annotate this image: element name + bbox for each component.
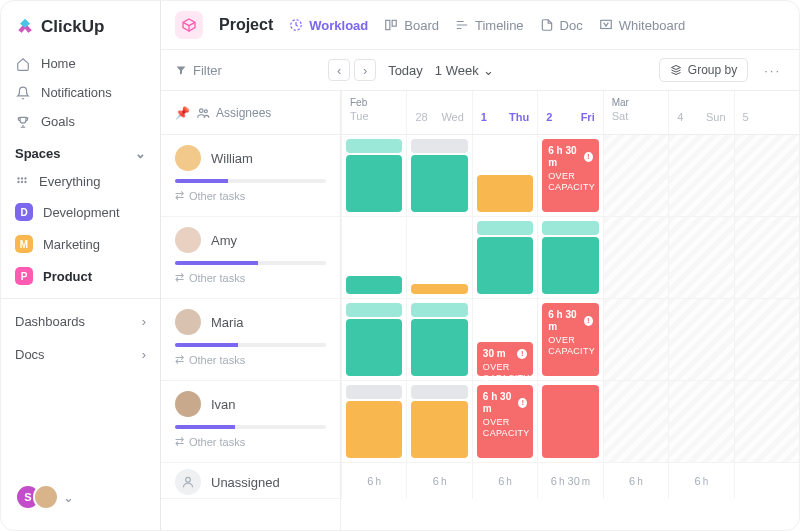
- workload-cell-off: [734, 381, 799, 462]
- tab-timeline[interactable]: Timeline: [455, 18, 524, 33]
- task-block[interactable]: [346, 139, 402, 153]
- nav-dashboards[interactable]: Dashboards ›: [1, 305, 160, 338]
- workload-cell[interactable]: [341, 135, 406, 216]
- assignee-row[interactable]: Amy ⇄Other tasks: [161, 217, 340, 299]
- nav-docs[interactable]: Docs ›: [1, 338, 160, 371]
- assignee-row[interactable]: Ivan ⇄Other tasks: [161, 381, 340, 463]
- pin-icon: 📌: [175, 106, 190, 120]
- task-block[interactable]: [346, 303, 402, 317]
- task-block[interactable]: [411, 303, 467, 317]
- alert-icon: !: [517, 349, 527, 359]
- nav-notifications[interactable]: Notifications: [1, 78, 160, 107]
- filter-button[interactable]: Filter: [175, 63, 222, 78]
- space-marketing[interactable]: M Marketing: [1, 228, 160, 260]
- other-tasks[interactable]: ⇄Other tasks: [175, 353, 326, 366]
- assignees-heading[interactable]: 📌 Assignees: [161, 91, 340, 135]
- other-tasks[interactable]: ⇄Other tasks: [175, 435, 326, 448]
- workload-cell[interactable]: [537, 217, 602, 298]
- svg-point-2: [24, 177, 26, 179]
- task-block[interactable]: [346, 155, 402, 212]
- task-block[interactable]: [477, 221, 533, 235]
- task-block[interactable]: [346, 276, 402, 294]
- logo-icon: [15, 17, 35, 37]
- workload-cell[interactable]: [472, 217, 537, 298]
- tab-workload[interactable]: Workload: [289, 18, 368, 33]
- task-block[interactable]: [477, 237, 533, 294]
- chevron-down-icon: ⌄: [483, 63, 494, 78]
- home-icon: [15, 57, 31, 71]
- avatar[interactable]: [33, 484, 59, 510]
- space-everything[interactable]: Everything: [1, 167, 160, 196]
- assignee-row[interactable]: Maria ⇄Other tasks: [161, 299, 340, 381]
- tab-doc[interactable]: Doc: [540, 18, 583, 33]
- grid-icon: [15, 175, 29, 189]
- svg-point-4: [21, 180, 23, 182]
- workload-cell[interactable]: [406, 381, 471, 462]
- task-block[interactable]: [542, 385, 598, 458]
- today-button[interactable]: Today: [388, 63, 423, 78]
- workload-cell[interactable]: [537, 381, 602, 462]
- task-block[interactable]: [411, 319, 467, 376]
- task-block[interactable]: [346, 385, 402, 399]
- prev-button[interactable]: ‹: [328, 59, 350, 81]
- task-block[interactable]: [411, 401, 467, 458]
- workload-row: 6 h 30 m! OVER CAPACITY: [341, 135, 799, 217]
- other-tasks[interactable]: ⇄Other tasks: [175, 271, 326, 284]
- spaces-heading[interactable]: Spaces ⌄: [1, 136, 160, 167]
- workload-cell[interactable]: 30 m! OVER CAPACITY: [472, 299, 537, 380]
- assignee-name: William: [211, 151, 253, 166]
- filter-icon: [175, 64, 187, 76]
- workload-cell[interactable]: [406, 217, 471, 298]
- task-block[interactable]: [477, 175, 533, 212]
- task-block[interactable]: [346, 401, 402, 458]
- tab-whiteboard[interactable]: Whiteboard: [599, 18, 685, 33]
- divider: [1, 298, 160, 299]
- space-development[interactable]: D Development: [1, 196, 160, 228]
- chevron-down-icon: ⌄: [135, 146, 146, 161]
- space-label: Development: [43, 205, 120, 220]
- space-label: Product: [43, 269, 92, 284]
- date-nav: ‹ ›: [328, 59, 376, 81]
- groupby-button[interactable]: Group by: [659, 58, 748, 82]
- workload-cell[interactable]: 6 h 30 m! OVER CAPACITY: [537, 299, 602, 380]
- task-block[interactable]: [411, 284, 467, 294]
- next-button[interactable]: ›: [354, 59, 376, 81]
- range-selector[interactable]: 1 Week ⌄: [435, 63, 494, 78]
- workload-cell[interactable]: [472, 135, 537, 216]
- assignee-row-unassigned[interactable]: Unassigned: [161, 463, 340, 499]
- task-block[interactable]: [542, 237, 598, 294]
- task-block[interactable]: [411, 139, 467, 153]
- nav-label: Notifications: [41, 85, 112, 100]
- other-tasks[interactable]: ⇄Other tasks: [175, 189, 326, 202]
- workload-cell[interactable]: [341, 381, 406, 462]
- workload-cell[interactable]: [406, 299, 471, 380]
- assignee-name: Amy: [211, 233, 237, 248]
- workload-cell[interactable]: 6 h 30 m! OVER CAPACITY: [472, 381, 537, 462]
- task-block[interactable]: [411, 155, 467, 212]
- workload-cell[interactable]: 6 h 30 m! OVER CAPACITY: [537, 135, 602, 216]
- assignee-row[interactable]: William ⇄Other tasks: [161, 135, 340, 217]
- overcapacity-block[interactable]: 6 h 30 m! OVER CAPACITY: [542, 303, 598, 376]
- workload-cell[interactable]: [406, 135, 471, 216]
- task-block[interactable]: [542, 221, 598, 235]
- sidebar-footer: S ⌄: [1, 474, 160, 520]
- space-product[interactable]: P Product: [1, 260, 160, 292]
- workload-cell[interactable]: [341, 299, 406, 380]
- overcapacity-block[interactable]: 6 h 30 m! OVER CAPACITY: [477, 385, 533, 458]
- subtask-icon: ⇄: [175, 353, 184, 366]
- assignee-column: 📌 Assignees William ⇄Other tasks Amy: [161, 91, 341, 530]
- tab-board[interactable]: Board: [384, 18, 439, 33]
- chevron-down-icon[interactable]: ⌄: [63, 490, 74, 505]
- overcapacity-block[interactable]: 30 m! OVER CAPACITY: [477, 342, 533, 376]
- logo[interactable]: ClickUp: [1, 11, 160, 49]
- nav-goals[interactable]: Goals: [1, 107, 160, 136]
- task-block[interactable]: [411, 385, 467, 399]
- task-block[interactable]: [346, 319, 402, 376]
- tab-label: Workload: [309, 18, 368, 33]
- more-button[interactable]: ···: [760, 63, 785, 78]
- nav-home[interactable]: Home: [1, 49, 160, 78]
- board-icon: [384, 18, 398, 32]
- overcapacity-block[interactable]: 6 h 30 m! OVER CAPACITY: [542, 139, 598, 212]
- workload-cell-off: [603, 135, 668, 216]
- workload-cell[interactable]: [341, 217, 406, 298]
